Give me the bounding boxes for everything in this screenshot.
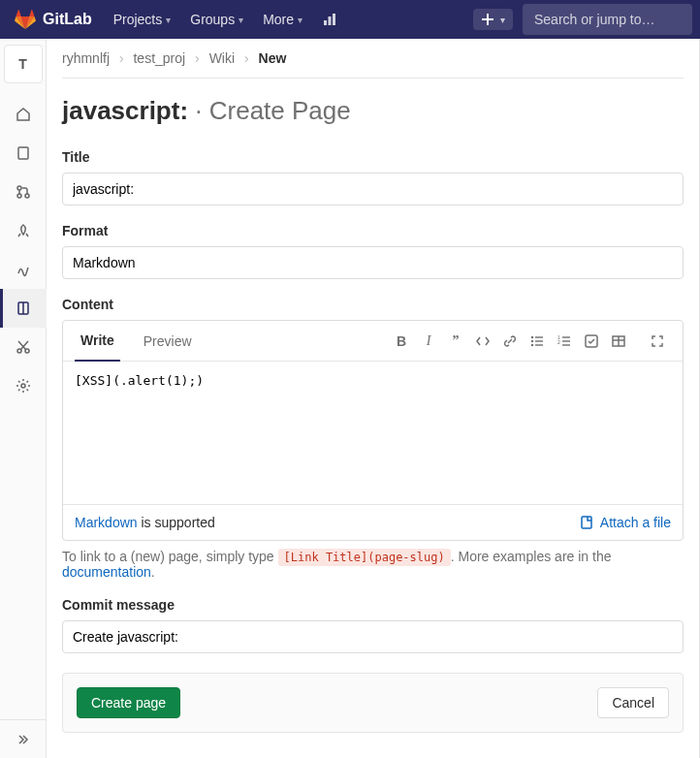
help-end: . (151, 564, 155, 580)
svg-point-7 (17, 194, 21, 198)
title-label: Title (62, 149, 684, 165)
gitlab-logo-icon (14, 8, 37, 31)
help-code: [Link Title](page-slug) (278, 549, 451, 566)
page-title-suffix: · Create Page (195, 96, 350, 125)
scissors-icon (16, 339, 31, 355)
toolbar-code-button[interactable] (469, 328, 496, 355)
svg-point-6 (17, 186, 21, 190)
breadcrumb-link-1[interactable]: test_proj (133, 50, 185, 66)
doc-icon (16, 145, 31, 161)
svg-point-13 (21, 384, 25, 388)
toolbar-bold-button[interactable]: B (388, 328, 415, 355)
breadcrumb-current: New (259, 50, 287, 66)
content-editor: Write Preview B I ” 12 (62, 320, 684, 541)
chevron-down-icon: ▾ (298, 15, 302, 25)
search-input[interactable] (523, 4, 692, 35)
commit-message-input[interactable] (62, 620, 684, 653)
title-input[interactable] (62, 173, 684, 205)
svg-rect-23 (562, 340, 570, 341)
help-prefix: To link to a (new) page, simply type (62, 549, 278, 564)
nav-groups-label: Groups (190, 12, 235, 27)
bullet-list-icon (529, 333, 545, 349)
svg-point-15 (531, 339, 533, 341)
markdown-help-link[interactable]: Markdown (75, 515, 138, 530)
editor-tabs: Write Preview B I ” 12 (63, 321, 683, 362)
table-icon (611, 333, 626, 349)
sidebar-item-wiki[interactable] (0, 289, 47, 328)
new-dropdown-button[interactable]: ▾ (473, 9, 513, 30)
toolbar-link-button[interactable] (496, 328, 524, 355)
attach-file-link[interactable]: Attach a file (579, 515, 671, 530)
code-icon (475, 333, 491, 349)
chevron-down-icon: ▾ (239, 15, 243, 25)
nav-projects-label: Projects (113, 12, 163, 27)
chevron-down-icon: ▾ (166, 15, 171, 25)
fullscreen-icon (650, 333, 665, 349)
content-help-text: To link to a (new) page, simply type [Li… (62, 549, 684, 580)
paperclip-icon (579, 515, 594, 530)
content-label: Content (62, 297, 684, 312)
link-icon (502, 333, 518, 349)
toolbar-bullet-list-button[interactable] (524, 328, 551, 355)
plus-icon (481, 13, 494, 26)
breadcrumb-separator: › (195, 50, 200, 66)
book-icon (16, 300, 31, 316)
toolbar-numbered-list-button[interactable]: 12 (551, 328, 578, 355)
svg-rect-19 (535, 344, 543, 345)
toolbar-fullscreen-button[interactable] (644, 328, 671, 355)
nav-more[interactable]: More▾ (253, 0, 312, 39)
toolbar-task-list-button[interactable] (578, 328, 605, 355)
svg-point-8 (25, 194, 29, 198)
svg-rect-22 (562, 336, 570, 337)
sidebar-collapse-button[interactable] (0, 719, 47, 758)
toolbar-italic-button[interactable]: I (415, 328, 442, 355)
tab-preview[interactable]: Preview (138, 322, 198, 361)
documentation-link[interactable]: documentation (62, 564, 151, 580)
sidebar-item-snippets[interactable] (0, 328, 47, 366)
sidebar-item-operations[interactable] (0, 250, 47, 289)
svg-text:2: 2 (557, 339, 560, 345)
numbered-list-icon: 12 (557, 333, 572, 349)
chevron-down-icon: ▾ (500, 15, 505, 25)
actions-bar: Create page Cancel (62, 673, 684, 733)
breadcrumb-link-0[interactable]: ryhmnlfj (62, 50, 110, 66)
svg-rect-29 (582, 517, 591, 528)
top-nav: GitLab Projects▾ Groups▾ More▾ ▾ (0, 0, 700, 39)
rocket-icon (16, 223, 31, 238)
nav-groups[interactable]: Groups▾ (180, 0, 253, 39)
svg-rect-18 (535, 340, 543, 341)
attach-file-label: Attach a file (600, 515, 671, 530)
brand-text[interactable]: GitLab (43, 11, 92, 28)
markdown-supported-suffix: is supported (138, 515, 215, 530)
format-select[interactable]: Markdown (62, 246, 684, 279)
cancel-button[interactable]: Cancel (597, 687, 669, 718)
operations-icon (16, 262, 31, 277)
nav-activity-icon[interactable] (312, 0, 347, 39)
nav-projects[interactable]: Projects▾ (104, 0, 181, 39)
left-sidebar: T (0, 39, 47, 758)
sidebar-item-settings[interactable] (0, 366, 47, 405)
create-page-button[interactable]: Create page (77, 687, 180, 718)
merge-icon (16, 184, 31, 200)
commit-message-label: Commit message (62, 597, 684, 613)
toolbar-quote-button[interactable]: ” (442, 328, 469, 355)
breadcrumb-link-2[interactable]: Wiki (209, 50, 235, 66)
sidebar-item-repository[interactable] (0, 134, 47, 173)
home-icon (16, 107, 31, 122)
svg-rect-24 (562, 344, 570, 345)
svg-point-12 (25, 349, 29, 353)
sidebar-item-merge-requests[interactable] (0, 173, 47, 211)
svg-rect-1 (329, 16, 332, 25)
markdown-supported-text: Markdown is supported (75, 515, 215, 530)
svg-point-14 (531, 335, 533, 337)
sidebar-item-cicd[interactable] (0, 211, 47, 250)
project-avatar[interactable]: T (4, 45, 43, 83)
breadcrumb-separator: › (244, 50, 249, 66)
main-content: ryhmnlfj › test_proj › Wiki › New javasc… (47, 39, 700, 758)
toolbar-table-button[interactable] (605, 328, 632, 355)
sidebar-item-home[interactable] (0, 95, 47, 134)
page-title: javascript: · Create Page (62, 96, 684, 126)
task-list-icon (584, 333, 599, 349)
content-textarea[interactable] (75, 373, 671, 490)
tab-write[interactable]: Write (75, 321, 120, 362)
